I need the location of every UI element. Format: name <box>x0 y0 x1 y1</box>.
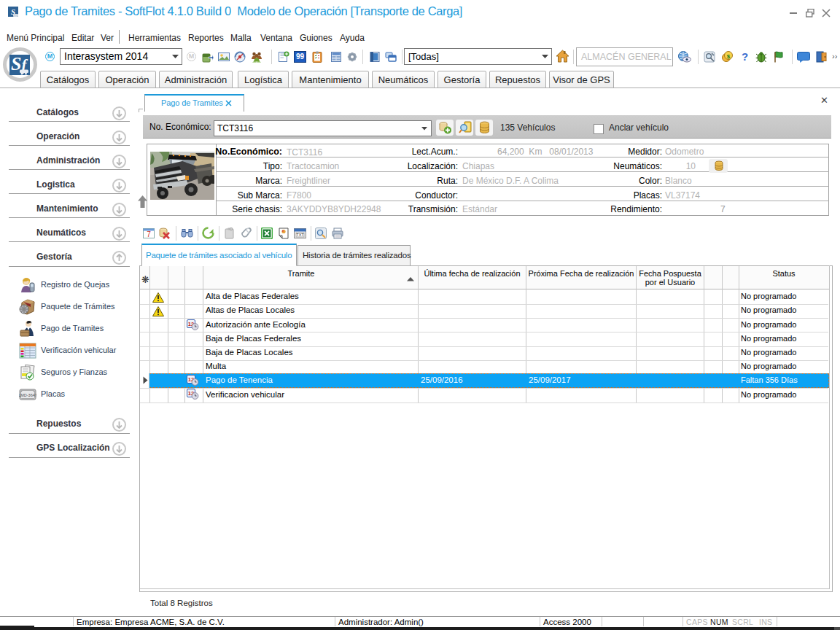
svg-text:$: $ <box>727 53 731 60</box>
svg-text:LMD-3647: LMD-3647 <box>19 393 36 397</box>
svg-text:7: 7 <box>147 230 151 238</box>
svg-text:TXT: TXT <box>296 233 304 237</box>
